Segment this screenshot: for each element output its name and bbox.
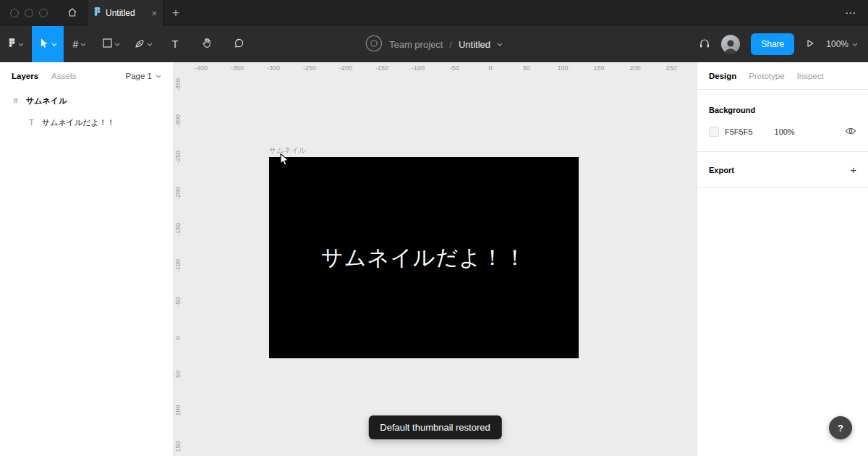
export-section: Export + bbox=[697, 152, 868, 188]
file-tab[interactable]: Untitled × bbox=[87, 0, 163, 26]
add-export-button[interactable]: + bbox=[850, 164, 856, 175]
tab-design[interactable]: Design bbox=[709, 72, 736, 80]
ruler-label: -200 bbox=[339, 64, 352, 72]
tab-assets[interactable]: Assets bbox=[51, 72, 77, 80]
breadcrumb: Team project / Untitled bbox=[365, 26, 503, 62]
ruler-label: -300 bbox=[174, 110, 182, 132]
ruler-label: 200 bbox=[629, 64, 640, 72]
background-heading: Background bbox=[709, 106, 856, 114]
user-avatar[interactable] bbox=[721, 35, 740, 54]
tool-group: # T bbox=[0, 26, 255, 62]
traffic-lights bbox=[0, 9, 58, 17]
chevron-down-icon bbox=[147, 43, 153, 46]
frame-layer-icon: # bbox=[12, 96, 20, 105]
toolbar-right: Share 100% bbox=[699, 33, 868, 55]
ruler-label: -150 bbox=[375, 64, 388, 72]
move-cursor-icon bbox=[38, 38, 49, 51]
ruler-label: -200 bbox=[174, 182, 182, 204]
ruler-label: 50 bbox=[174, 363, 182, 385]
ruler-label: 250 bbox=[665, 64, 676, 72]
ruler-label: -150 bbox=[174, 219, 182, 240]
headphones-icon bbox=[699, 38, 710, 51]
page-selector[interactable]: Page 1 bbox=[126, 72, 161, 80]
shape-tool-button[interactable] bbox=[95, 26, 127, 62]
figma-logo-icon bbox=[8, 38, 16, 51]
main-menu-button[interactable] bbox=[0, 26, 32, 62]
tab-prototype[interactable]: Prototype bbox=[749, 72, 784, 80]
design-panel-tabs: Design Prototype Inspect bbox=[697, 62, 868, 90]
tab-close-icon[interactable]: × bbox=[151, 8, 157, 19]
ruler-label: -300 bbox=[267, 64, 280, 72]
background-section: Background F5F5F5 100% bbox=[697, 90, 868, 152]
maximize-window-button[interactable] bbox=[39, 9, 48, 17]
ruler-label: 150 bbox=[174, 436, 182, 456]
ruler-label: -250 bbox=[174, 146, 182, 168]
ruler-label: -50 bbox=[174, 291, 182, 313]
tab-layers[interactable]: Layers bbox=[12, 72, 38, 80]
hand-tool-button[interactable] bbox=[191, 26, 223, 62]
background-swatch[interactable] bbox=[709, 127, 719, 137]
text-tool-icon: T bbox=[172, 38, 179, 50]
toast-notification: Default thumbnail restored bbox=[368, 415, 501, 439]
ruler-label: -250 bbox=[303, 64, 316, 72]
layers-panel: Layers Assets Page 1 # サムネイル T サムネイルだよ！！ bbox=[0, 62, 174, 456]
new-tab-button[interactable]: + bbox=[163, 0, 188, 26]
home-icon bbox=[67, 7, 78, 20]
breadcrumb-file[interactable]: Untitled bbox=[459, 39, 490, 50]
present-button[interactable] bbox=[805, 38, 815, 51]
pen-tool-button[interactable] bbox=[127, 26, 159, 62]
ruler-label: 0 bbox=[174, 327, 182, 349]
design-panel: Design Prototype Inspect Background F5F5… bbox=[697, 62, 868, 456]
close-window-button[interactable] bbox=[10, 9, 19, 17]
chevron-down-icon bbox=[51, 43, 57, 46]
rectangle-tool-icon bbox=[103, 38, 112, 50]
chevron-down-icon bbox=[852, 43, 858, 46]
visibility-toggle[interactable] bbox=[845, 125, 856, 138]
minimize-window-button[interactable] bbox=[25, 9, 33, 17]
move-tool-button[interactable] bbox=[32, 26, 64, 62]
ruler-label: -50 bbox=[449, 64, 459, 72]
ruler-label: 50 bbox=[523, 64, 530, 72]
chevron-down-icon bbox=[156, 75, 161, 78]
breadcrumb-separator: / bbox=[449, 39, 452, 50]
frame-text[interactable]: サムネイルだよ！！ bbox=[321, 243, 527, 273]
export-heading: Export bbox=[709, 166, 734, 174]
ruler-label: 100 bbox=[174, 400, 182, 421]
background-opacity[interactable]: 100% bbox=[775, 127, 795, 136]
layer-name: サムネイル bbox=[26, 96, 67, 106]
layer-row-text[interactable]: T サムネイルだよ！！ bbox=[0, 111, 173, 133]
chevron-down-icon bbox=[114, 43, 120, 46]
breadcrumb-project[interactable]: Team project bbox=[389, 39, 443, 50]
eye-icon bbox=[845, 125, 856, 138]
pen-tool-icon bbox=[135, 38, 145, 51]
comment-tool-button[interactable] bbox=[223, 26, 255, 62]
background-hex[interactable]: F5F5F5 bbox=[725, 127, 753, 136]
window-more-icon[interactable]: ⋯ bbox=[845, 7, 868, 20]
text-layer-icon: T bbox=[27, 118, 35, 127]
text-tool-button[interactable]: T bbox=[159, 26, 191, 62]
home-button[interactable] bbox=[58, 0, 87, 26]
zoom-level: 100% bbox=[826, 39, 848, 49]
thumbnail-frame[interactable]: サムネイルだよ！！ bbox=[269, 157, 579, 358]
figma-file-icon bbox=[93, 7, 101, 20]
chevron-down-icon[interactable] bbox=[497, 43, 503, 46]
canvas[interactable]: -400-350-300-250-200-150-100-50050100150… bbox=[174, 62, 697, 456]
hand-tool-icon bbox=[202, 38, 213, 51]
ruler-vertical: -350-300-250-200-150-100-50050100150 bbox=[174, 62, 184, 456]
team-project-icon[interactable] bbox=[365, 35, 383, 54]
layer-row-frame[interactable]: # サムネイル bbox=[0, 90, 173, 111]
page-selector-label: Page 1 bbox=[126, 72, 152, 80]
ruler-label: -350 bbox=[174, 74, 182, 96]
audio-button[interactable] bbox=[699, 38, 710, 51]
frame-tool-button[interactable]: # bbox=[64, 26, 95, 62]
ruler-label: 0 bbox=[488, 64, 492, 72]
comment-icon bbox=[234, 38, 244, 51]
ruler-label: 150 bbox=[593, 64, 604, 72]
help-button[interactable]: ? bbox=[829, 416, 852, 439]
ruler-label: 100 bbox=[557, 64, 568, 72]
chevron-down-icon bbox=[18, 43, 24, 46]
frame-tool-icon: # bbox=[73, 38, 79, 50]
tab-inspect[interactable]: Inspect bbox=[797, 72, 824, 80]
zoom-control[interactable]: 100% bbox=[826, 39, 858, 49]
share-button[interactable]: Share bbox=[751, 33, 794, 55]
